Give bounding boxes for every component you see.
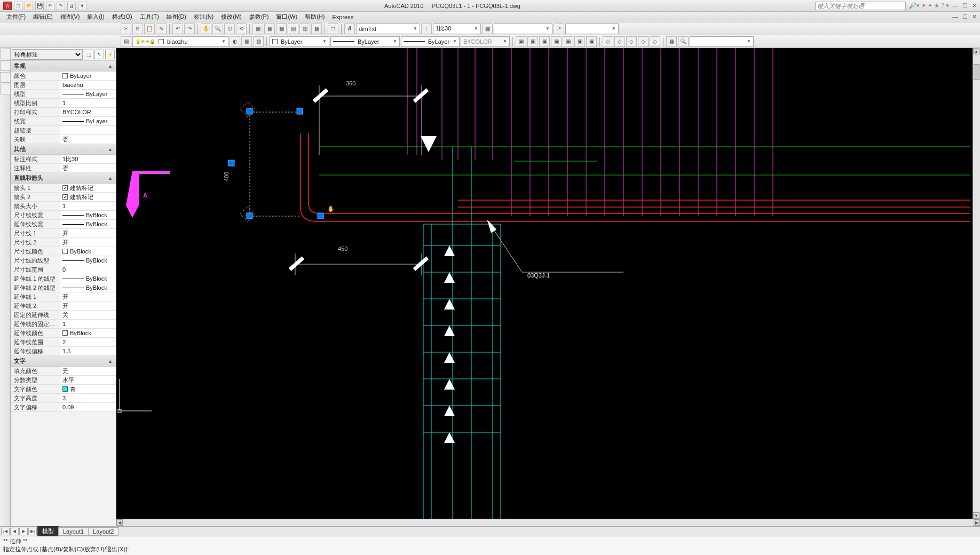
- prop-value[interactable]: 1: [60, 99, 116, 107]
- tab-nav-next[interactable]: ▶: [19, 528, 28, 535]
- tb-area[interactable]: ◇: [614, 36, 625, 47]
- mdi-restore[interactable]: ☐: [962, 13, 968, 20]
- close-button[interactable]: ✕: [972, 2, 977, 9]
- text-style-select[interactable]: dimTxt▼: [356, 23, 420, 34]
- tb-text-style[interactable]: A: [344, 23, 355, 34]
- tb-table-style[interactable]: ▦: [482, 23, 493, 34]
- tb-sheet[interactable]: ▤: [288, 23, 298, 34]
- comm-center-icon[interactable]: ✦: [928, 2, 932, 9]
- tb-pan[interactable]: ✋: [201, 23, 211, 34]
- tb-sel-sim[interactable]: ▦: [666, 36, 677, 47]
- menu-insert[interactable]: 插入(I): [84, 12, 107, 22]
- menu-tools[interactable]: 工具(T): [137, 12, 162, 22]
- prop-value[interactable]: ByBlock: [60, 247, 116, 256]
- tb-insert[interactable]: ▣: [516, 36, 526, 47]
- prop-section-直线和箭头[interactable]: 直线和箭头▲: [11, 173, 116, 184]
- subscription-icon[interactable]: ✦: [921, 2, 926, 9]
- prop-value[interactable]: BYCOLOR: [60, 108, 116, 116]
- tab-nav-prev[interactable]: ◀: [10, 528, 19, 535]
- tb-attr2[interactable]: ▣: [563, 36, 573, 47]
- tab-layout1[interactable]: Layout1: [58, 527, 89, 536]
- selection-type-select[interactable]: 转角标注: [12, 49, 83, 60]
- vt-arc[interactable]: [0, 84, 11, 94]
- lineweight-select[interactable]: ByLayer▼: [401, 36, 460, 47]
- prop-value[interactable]: 1: [60, 320, 116, 328]
- prop-value[interactable]: 开: [60, 292, 116, 301]
- menu-file[interactable]: 文件(F): [3, 12, 29, 22]
- select-objects[interactable]: ↖: [94, 50, 104, 59]
- tb-block[interactable]: □: [328, 23, 338, 34]
- prop-section-常规[interactable]: 常规▲: [11, 61, 116, 72]
- tb-xref[interactable]: ▣: [574, 36, 585, 47]
- tab-model[interactable]: 模型: [37, 526, 59, 536]
- toggle-pickadd[interactable]: ⬚: [84, 50, 93, 59]
- tb-wblock[interactable]: ▣: [586, 36, 597, 47]
- prop-value[interactable]: 开: [60, 302, 116, 310]
- autocad-menu-button[interactable]: A: [3, 2, 12, 10]
- tb-id[interactable]: ◇: [650, 36, 660, 47]
- prop-value[interactable]: 水平: [60, 376, 116, 384]
- scroll-thumb-v[interactable]: [974, 64, 979, 80]
- vertical-scrollbar[interactable]: ▲ ▼: [973, 48, 980, 519]
- quick-select[interactable]: ⚡: [105, 50, 115, 59]
- tb-design[interactable]: ▦: [264, 23, 275, 34]
- vt-line[interactable]: [0, 49, 11, 59]
- print-button[interactable]: 🖨: [67, 2, 76, 10]
- menu-view[interactable]: 视图(V): [57, 12, 83, 22]
- scroll-right-button[interactable]: ▶: [974, 519, 980, 526]
- tb-zoom-realtime[interactable]: 🔍: [212, 23, 223, 34]
- prop-value[interactable]: 1.5: [60, 347, 116, 355]
- prop-value[interactable]: ByBlock: [60, 283, 116, 292]
- prop-value[interactable]: ByLayer: [60, 90, 116, 98]
- new-button[interactable]: □: [14, 2, 22, 10]
- open-button[interactable]: 📂: [25, 2, 33, 10]
- menu-parametric[interactable]: 参数(P): [246, 12, 272, 22]
- tb-zoom-window[interactable]: ⊡: [224, 23, 235, 34]
- scroll-up-button[interactable]: ▲: [973, 48, 979, 54]
- favorites-icon[interactable]: ★: [934, 2, 939, 9]
- mdi-minimize[interactable]: —: [952, 13, 958, 20]
- group-select[interactable]: ▼: [690, 36, 754, 47]
- prop-section-文字[interactable]: 文字▲: [11, 356, 116, 367]
- tb-copy[interactable]: ⎘: [132, 23, 143, 34]
- mdi-close[interactable]: ✕: [972, 13, 977, 20]
- horizontal-scrollbar[interactable]: ◀ ▶: [116, 519, 980, 526]
- tb-zoom-prev[interactable]: ⟲: [236, 23, 247, 34]
- tab-nav-first[interactable]: |◀: [1, 528, 10, 535]
- prop-value[interactable]: [60, 126, 116, 134]
- tb-paste[interactable]: 📋: [144, 23, 155, 34]
- menu-edit[interactable]: 编辑(E): [30, 12, 56, 22]
- undo-button[interactable]: ↶: [46, 2, 54, 10]
- prop-value[interactable]: ByBlock: [60, 274, 116, 283]
- menu-dimension[interactable]: 标注(N): [191, 12, 217, 22]
- layer-select[interactable]: 💡❄☀🔒 biaozhu▼: [132, 36, 228, 47]
- prop-value[interactable]: ByBlock: [60, 256, 116, 265]
- redo-button[interactable]: ↷: [57, 2, 65, 10]
- tb-region[interactable]: ◇: [626, 36, 637, 47]
- prop-value[interactable]: 无: [60, 367, 116, 375]
- prop-value[interactable]: 0: [60, 265, 116, 274]
- prop-value[interactable]: biaozhu: [60, 81, 116, 89]
- tb-qselect[interactable]: 🔍: [678, 36, 689, 47]
- tb-mleader-style[interactable]: ↗: [554, 23, 564, 34]
- menu-help[interactable]: 帮助(H): [302, 12, 328, 22]
- menu-format[interactable]: 格式(O): [109, 12, 136, 22]
- prop-value[interactable]: ByLayer: [60, 117, 116, 125]
- tab-layout2[interactable]: Layout2: [88, 527, 118, 536]
- prop-value[interactable]: ByBlock: [60, 211, 116, 219]
- help-search-input[interactable]: [815, 2, 906, 10]
- maximize-button[interactable]: ☐: [962, 2, 968, 9]
- prop-value[interactable]: 青: [60, 385, 116, 393]
- tb-cut[interactable]: ✂: [121, 23, 131, 34]
- prop-value[interactable]: ✔建筑标记: [60, 184, 116, 192]
- tb-calc[interactable]: ▦: [311, 23, 322, 34]
- tb-dist[interactable]: ◇: [603, 36, 613, 47]
- prop-value[interactable]: 关: [60, 311, 116, 319]
- tb-redo2[interactable]: ↷: [184, 23, 195, 34]
- scroll-down-button[interactable]: ▼: [973, 512, 979, 519]
- prop-value[interactable]: 否: [60, 135, 116, 144]
- prop-value[interactable]: ByBlock: [60, 220, 116, 228]
- vt-pline[interactable]: [0, 60, 11, 71]
- minimize-button[interactable]: —: [952, 2, 958, 9]
- drawing-canvas[interactable]: A 360 450 400 03Q3J-1 ✋: [116, 48, 980, 526]
